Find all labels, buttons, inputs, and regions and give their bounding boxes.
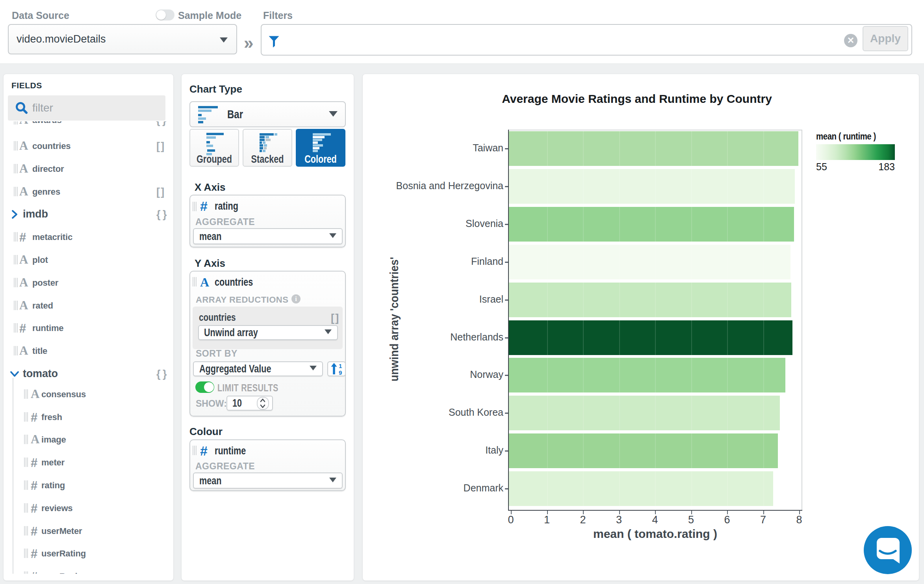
svg-text:1: 1 <box>339 363 342 369</box>
